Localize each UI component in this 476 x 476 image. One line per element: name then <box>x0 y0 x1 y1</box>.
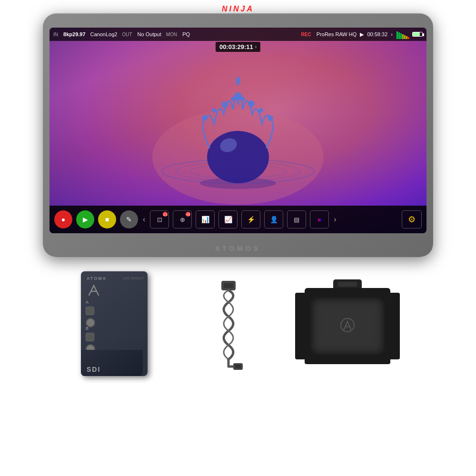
atomos-label: ATOMOS <box>215 245 261 252</box>
hud-gamma-value: CanonLog2 <box>90 31 118 37</box>
sdi-module: ATOMX 12G IN/OUT A B SDI <box>81 271 157 381</box>
sdi-connector-b <box>86 333 94 341</box>
timecode-arrow: › <box>255 44 257 50</box>
svg-point-12 <box>258 108 263 113</box>
svg-point-5 <box>202 115 208 121</box>
settings-icon: ⚙ <box>408 214 416 225</box>
zebra-button[interactable]: ⚡ <box>241 210 260 228</box>
svg-point-16 <box>200 178 276 189</box>
hud-rec-label: REC <box>301 32 311 37</box>
lut-button[interactable]: ▤ <box>287 210 306 228</box>
color-button[interactable]: ■ <box>310 210 329 228</box>
audio-bar-3 <box>400 33 402 39</box>
sunhood-opening <box>310 298 385 355</box>
play-button[interactable]: ▶ <box>76 210 94 228</box>
audio-bar-1 <box>397 31 398 39</box>
svg-point-6 <box>212 108 217 113</box>
monitor-outer: NINJA <box>43 5 433 257</box>
zoom-2x-icon: ⊕ <box>180 216 185 223</box>
hud-in-value: 8kp29.97 <box>63 31 85 37</box>
color-icon: ■ <box>317 216 321 223</box>
sunhood-top-clip <box>333 279 362 289</box>
timecode-value: 00:03:29:11 <box>219 43 253 50</box>
play-icon: ▶ <box>83 216 88 223</box>
hud-top-bar: IN 8kp29.97 CanonLog2 OUT No Output MON … <box>50 28 426 41</box>
settings-button[interactable]: ⚙ <box>402 210 422 228</box>
screen-bezel: IN 8kp29.97 CanonLog2 OUT No Output MON … <box>50 28 426 233</box>
hud-in-label: IN <box>53 32 58 37</box>
waveform-button[interactable]: 📊 <box>196 210 215 228</box>
stop-icon: ■ <box>105 216 109 223</box>
atomos-wing-logo <box>87 283 101 300</box>
record-icon: ● <box>61 216 65 223</box>
cable-image <box>205 278 252 374</box>
sdi-12g-label: 12G IN/OUT <box>123 276 144 280</box>
zebra-icon: ⚡ <box>247 216 255 223</box>
histogram-icon: 📈 <box>224 216 232 223</box>
cable-section <box>195 271 262 381</box>
sunhood-body <box>305 288 390 364</box>
sunhood-logo-area <box>339 317 356 336</box>
svg-point-10 <box>240 97 245 101</box>
audio-meters <box>397 30 409 39</box>
sunhood-wing-right <box>389 293 400 359</box>
nav-right-button[interactable]: › <box>333 215 337 224</box>
sdi-btn-a-label: A <box>86 300 95 305</box>
waveform-icon: 📊 <box>201 216 209 223</box>
audio-bar-2 <box>398 32 400 39</box>
hud-timecode: 00:03:29:11 › <box>216 42 260 52</box>
zoom-fit-icon: ⊡ <box>157 216 162 223</box>
stop-button[interactable]: ■ <box>98 210 116 228</box>
zoom-2x-button[interactable]: ⊕ ×2 <box>173 210 192 228</box>
clip-detail <box>338 282 357 287</box>
water-drop-image <box>148 62 328 214</box>
svg-point-15 <box>236 77 240 85</box>
hud-rec-value: ProRes RAW HQ <box>317 31 357 37</box>
hud-bottom-controls: ● ▶ ■ ✎ <box>50 206 426 233</box>
sdi-bottom-module: SDI <box>81 350 143 376</box>
sdi-label: SDI <box>87 366 100 373</box>
sdi-btn-b-label: B <box>86 326 95 331</box>
hud-out-label: OUT <box>122 32 132 37</box>
record-button[interactable]: ● <box>54 210 72 228</box>
sdi-body: ATOMX 12G IN/OUT A B SDI <box>81 271 148 376</box>
histogram-button[interactable]: 📈 <box>218 210 238 228</box>
audio-bar-4 <box>402 34 404 39</box>
sunhood-section <box>300 271 395 381</box>
audio-bar-5 <box>404 35 406 39</box>
sdi-connector-a <box>86 307 94 315</box>
sunhood-wing-left <box>295 293 306 359</box>
monitor-section: NINJA <box>0 0 476 257</box>
hud-out-value: No Output <box>138 31 161 37</box>
ninja-logo: NINJA <box>222 5 254 13</box>
svg-point-13 <box>268 115 273 121</box>
hud-duration: 00:58:32 <box>367 31 387 37</box>
sunhood-wrapper <box>305 288 390 364</box>
svg-point-4 <box>207 131 269 183</box>
svg-rect-20 <box>235 365 241 368</box>
lut-icon: ▤ <box>294 216 299 223</box>
face-detect-button[interactable]: 👤 <box>264 210 283 228</box>
zoom-fit-badge: 1:1 <box>163 212 168 217</box>
monitor-body: IN 8kp29.97 CanonLog2 OUT No Output MON … <box>43 13 433 257</box>
battery-fill <box>413 32 420 36</box>
face-detect-icon: 👤 <box>270 216 278 223</box>
monitor-screen: IN 8kp29.97 CanonLog2 OUT No Output MON … <box>50 28 426 233</box>
hud-mon-value: PQ <box>182 31 190 37</box>
battery-indicator <box>412 32 423 37</box>
tag-icon: ✎ <box>126 216 132 223</box>
atomx-logo: ATOMX <box>87 276 107 281</box>
svg-rect-18 <box>224 283 233 288</box>
accessories-section: ATOMX 12G IN/OUT A B SDI <box>0 257 476 476</box>
svg-point-7 <box>221 101 228 108</box>
nav-left-button[interactable]: ‹ <box>142 215 146 224</box>
audio-bar-6 <box>406 36 407 39</box>
atomos-sunhood-logo <box>339 317 356 334</box>
zoom-fit-button[interactable]: ⊡ 1:1 <box>150 210 169 228</box>
water-drop-scene <box>50 28 426 233</box>
tag-button[interactable]: ✎ <box>120 210 138 228</box>
audio-bar-7 <box>408 37 409 39</box>
hud-mon-label: MON <box>166 32 177 37</box>
zoom-2x-badge: ×2 <box>186 212 190 217</box>
svg-point-11 <box>248 100 255 107</box>
